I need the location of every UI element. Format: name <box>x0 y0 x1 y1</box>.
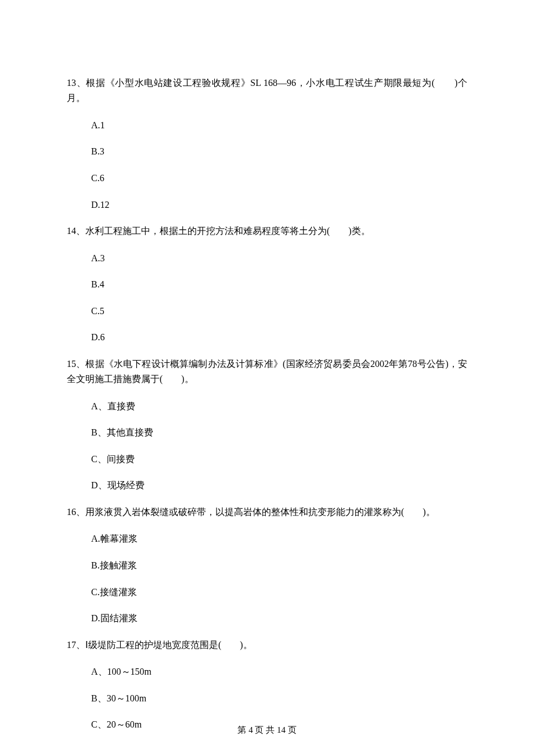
question-stem: 17、Ⅰ级堤防工程的护堤地宽度范围是( )。 <box>67 638 467 653</box>
option-b: B、30～100m <box>91 691 467 706</box>
option-a: A、直接费 <box>91 399 467 414</box>
option-b: B、其他直接费 <box>91 425 467 440</box>
blank: ( ) <box>401 507 426 517</box>
stem-post: 。 <box>185 374 194 384</box>
stem-post: 类。 <box>352 226 370 236</box>
blank: ( ) <box>327 226 352 236</box>
stem-pre: 15、根据《水电下程设计概算编制办法及计算标准》(国家经济贸易委员会2002年第… <box>67 359 467 384</box>
stem-pre: 13、根据《小型水电站建设工程验收规程》SL 168—96，小水电工程试生产期限… <box>67 78 432 88</box>
option-d: D.固结灌浆 <box>91 611 467 626</box>
option-c: C、间接费 <box>91 452 467 467</box>
question-17: 17、Ⅰ级堤防工程的护堤地宽度范围是( )。 A、100～150m B、30～1… <box>67 638 467 732</box>
blank: ( ) <box>160 374 185 384</box>
blank: ( ) <box>432 78 458 88</box>
question-stem: 16、用浆液贯入岩体裂缝或破碎带，以提高岩体的整体性和抗变形能力的灌浆称为( )… <box>67 505 467 520</box>
option-c: C.6 <box>91 171 467 186</box>
question-15: 15、根据《水电下程设计概算编制办法及计算标准》(国家经济贸易委员会2002年第… <box>67 357 467 493</box>
question-14: 14、水利工程施工中，根据土的开挖方法和难易程度等将土分为( )类。 A.3 B… <box>67 224 467 345</box>
question-stem: 15、根据《水电下程设计概算编制办法及计算标准》(国家经济贸易委员会2002年第… <box>67 357 467 387</box>
option-d: D.12 <box>91 197 467 213</box>
question-16: 16、用浆液贯入岩体裂缝或破碎带，以提高岩体的整体性和抗变形能力的灌浆称为( )… <box>67 505 467 626</box>
option-d: D.6 <box>91 330 467 345</box>
options: A.帷幕灌浆 B.接触灌浆 C.接缝灌浆 D.固结灌浆 <box>67 531 467 625</box>
option-a: A.帷幕灌浆 <box>91 531 467 546</box>
option-b: B.3 <box>91 144 467 159</box>
blank: ( ) <box>218 640 243 650</box>
option-a: A.1 <box>91 118 467 133</box>
option-a: A.3 <box>91 251 467 266</box>
stem-post: 。 <box>243 640 252 650</box>
page: 13、根据《小型水电站建设工程验收规程》SL 168—96，小水电工程试生产期限… <box>0 0 534 756</box>
stem-pre: 16、用浆液贯入岩体裂缝或破碎带，以提高岩体的整体性和抗变形能力的灌浆称为 <box>67 507 401 517</box>
options: A.3 B.4 C.5 D.6 <box>67 251 467 345</box>
stem-pre: 17、Ⅰ级堤防工程的护堤地宽度范围是 <box>67 640 218 650</box>
options: A、100～150m B、30～100m C、20～60m <box>67 664 467 732</box>
question-stem: 13、根据《小型水电站建设工程验收规程》SL 168—96，小水电工程试生产期限… <box>67 75 467 106</box>
option-c: C.接缝灌浆 <box>91 585 467 600</box>
option-b: B.接触灌浆 <box>91 558 467 573</box>
option-c: C.5 <box>91 304 467 319</box>
stem-pre: 14、水利工程施工中，根据土的开挖方法和难易程度等将土分为 <box>67 226 327 236</box>
options: A、直接费 B、其他直接费 C、间接费 D、现场经费 <box>67 399 467 493</box>
option-b: B.4 <box>91 277 467 292</box>
stem-post: 。 <box>426 507 435 517</box>
page-footer: 第 4 页 共 14 页 <box>0 725 534 736</box>
options: A.1 B.3 C.6 D.12 <box>67 118 467 212</box>
option-d: D、现场经费 <box>91 478 467 493</box>
option-a: A、100～150m <box>91 664 467 679</box>
question-13: 13、根据《小型水电站建设工程验收规程》SL 168—96，小水电工程试生产期限… <box>67 75 467 212</box>
question-stem: 14、水利工程施工中，根据土的开挖方法和难易程度等将土分为( )类。 <box>67 224 467 239</box>
